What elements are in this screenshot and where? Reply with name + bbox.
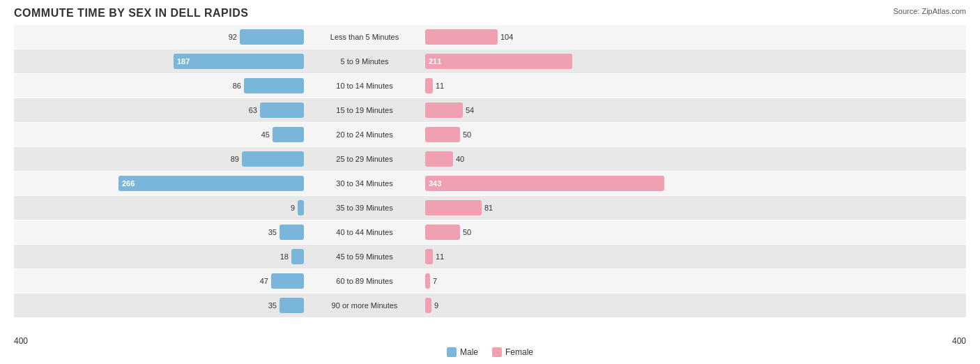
male-bar bbox=[280, 225, 304, 240]
table-row: 47 60 to 89 Minutes 7 bbox=[14, 269, 966, 293]
table-row: 9 35 to 39 Minutes 81 bbox=[14, 196, 966, 220]
male-bar bbox=[244, 78, 304, 93]
axis-labels: 400 400 bbox=[0, 336, 980, 346]
bottom-section: 400 400 Male Female bbox=[0, 336, 980, 364]
male-value: 45 bbox=[261, 130, 270, 139]
female-bar bbox=[425, 298, 431, 313]
table-row: 63 15 to 19 Minutes 54 bbox=[14, 98, 966, 122]
table-row: 18 45 to 59 Minutes 11 bbox=[14, 245, 966, 268]
legend-male: Male bbox=[447, 347, 478, 357]
female-bar bbox=[425, 151, 453, 167]
male-bar: 266 bbox=[118, 176, 304, 191]
male-bar bbox=[298, 200, 304, 215]
row-label: 5 to 9 Minutes bbox=[307, 57, 422, 66]
chart-area: 92 Less than 5 Minutes 104 187 5 to 9 Mi… bbox=[14, 25, 966, 312]
male-value: 18 bbox=[280, 252, 289, 261]
male-value: 35 bbox=[268, 228, 277, 236]
right-bar-area: 11 bbox=[422, 245, 715, 268]
chart-title: COMMUTE TIME BY SEX IN DELL RAPIDS bbox=[14, 7, 966, 20]
male-value: 187 bbox=[174, 57, 193, 66]
chart-container: COMMUTE TIME BY SEX IN DELL RAPIDS Sourc… bbox=[0, 0, 980, 364]
female-value: 40 bbox=[456, 155, 464, 163]
left-bar-area: 45 bbox=[14, 123, 307, 146]
female-bar bbox=[425, 200, 482, 215]
female-value: 9 bbox=[434, 301, 438, 310]
left-bar-area: 266 bbox=[14, 172, 307, 195]
table-row: 35 90 or more Minutes 9 bbox=[14, 294, 966, 317]
female-bar bbox=[425, 249, 433, 264]
row-label: 40 to 44 Minutes bbox=[307, 228, 422, 236]
legend: Male Female bbox=[447, 347, 533, 357]
row-label: 10 to 14 Minutes bbox=[307, 82, 422, 90]
right-bar-area: 81 bbox=[422, 196, 715, 220]
right-bar-area: 50 bbox=[422, 123, 715, 146]
row-label: 90 or more Minutes bbox=[307, 301, 422, 310]
row-label: 45 to 59 Minutes bbox=[307, 252, 422, 261]
male-bar bbox=[273, 127, 304, 142]
male-value: 35 bbox=[268, 301, 277, 310]
male-value: 9 bbox=[291, 204, 295, 212]
row-label: 60 to 89 Minutes bbox=[307, 277, 422, 285]
axis-right-label: 400 bbox=[952, 336, 966, 346]
female-bar: 343 bbox=[425, 176, 664, 191]
male-bar bbox=[280, 298, 304, 313]
female-value: 50 bbox=[463, 228, 471, 236]
female-value: 11 bbox=[436, 252, 444, 261]
right-bar-area: 11 bbox=[422, 74, 715, 98]
female-bar bbox=[425, 103, 463, 118]
legend-male-label: Male bbox=[460, 347, 478, 357]
male-bar bbox=[291, 249, 304, 264]
male-bar bbox=[271, 273, 304, 289]
female-value: 81 bbox=[484, 204, 493, 212]
female-value: 7 bbox=[433, 277, 437, 285]
left-bar-area: 89 bbox=[14, 147, 307, 171]
legend-female-label: Female bbox=[505, 347, 533, 357]
row-label: Less than 5 Minutes bbox=[307, 33, 422, 41]
table-row: 86 10 to 14 Minutes 11 bbox=[14, 74, 966, 98]
right-bar-area: 54 bbox=[422, 98, 715, 122]
row-label: 30 to 34 Minutes bbox=[307, 179, 422, 188]
male-value: 47 bbox=[260, 277, 268, 285]
left-bar-area: 86 bbox=[14, 74, 307, 98]
left-bar-area: 18 bbox=[14, 245, 307, 268]
left-bar-area: 63 bbox=[14, 98, 307, 122]
female-bar bbox=[425, 127, 460, 142]
male-value: 266 bbox=[118, 179, 138, 188]
male-bar bbox=[240, 29, 304, 45]
male-bar bbox=[260, 103, 304, 118]
female-value: 211 bbox=[425, 57, 445, 66]
right-bar-area: 7 bbox=[422, 269, 715, 293]
female-value: 50 bbox=[463, 130, 471, 139]
left-bar-area: 35 bbox=[14, 220, 307, 244]
row-label: 20 to 24 Minutes bbox=[307, 130, 422, 139]
table-row: 266 30 to 34 Minutes 343 bbox=[14, 172, 966, 195]
right-bar-area: 50 bbox=[422, 220, 715, 244]
male-bar bbox=[242, 151, 304, 167]
right-bar-area: 40 bbox=[422, 147, 715, 171]
row-label: 15 to 19 Minutes bbox=[307, 106, 422, 114]
right-bar-area: 343 bbox=[422, 172, 715, 195]
female-bar bbox=[425, 225, 460, 240]
table-row: 92 Less than 5 Minutes 104 bbox=[14, 25, 966, 49]
legend-male-box bbox=[447, 347, 457, 357]
table-row: 187 5 to 9 Minutes 211 bbox=[14, 50, 966, 73]
left-bar-area: 9 bbox=[14, 196, 307, 220]
table-row: 45 20 to 24 Minutes 50 bbox=[14, 123, 966, 146]
table-row: 35 40 to 44 Minutes 50 bbox=[14, 220, 966, 244]
left-bar-area: 187 bbox=[14, 50, 307, 73]
right-bar-area: 9 bbox=[422, 294, 715, 317]
male-value: 89 bbox=[231, 155, 239, 163]
row-label: 25 to 29 Minutes bbox=[307, 155, 422, 163]
legend-female: Female bbox=[492, 347, 533, 357]
left-bar-area: 92 bbox=[14, 25, 307, 49]
legend-female-box bbox=[492, 347, 502, 357]
male-value: 63 bbox=[249, 106, 257, 114]
source-label: Source: ZipAtlas.com bbox=[893, 7, 966, 15]
female-value: 11 bbox=[436, 82, 444, 90]
female-bar bbox=[425, 29, 498, 45]
female-value: 54 bbox=[466, 106, 474, 114]
female-bar: 211 bbox=[425, 54, 572, 69]
female-bar bbox=[425, 273, 430, 289]
female-value: 104 bbox=[500, 33, 513, 41]
left-bar-area: 35 bbox=[14, 294, 307, 317]
